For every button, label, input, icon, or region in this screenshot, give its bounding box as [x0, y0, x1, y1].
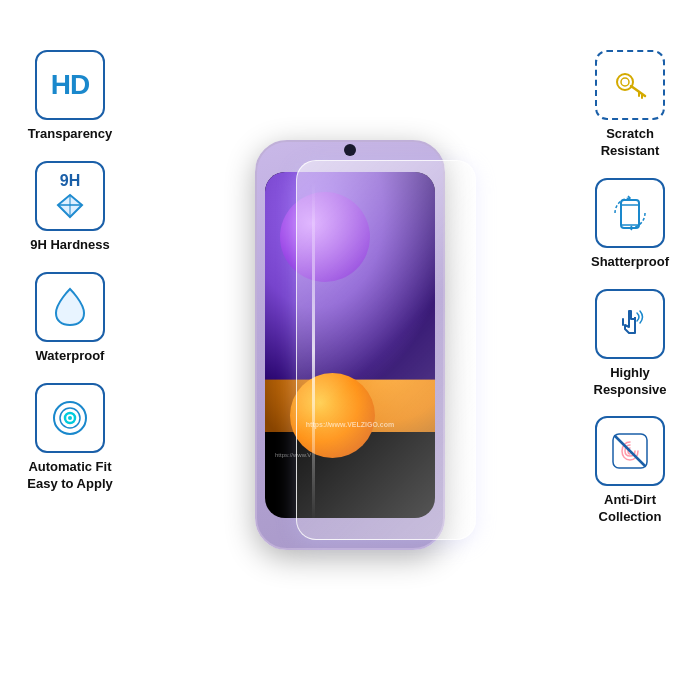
product-feature-page: HD Transparency 9H 9H Hardness [0, 0, 700, 700]
responsive-label: HighlyResponsive [594, 365, 667, 399]
glass-protector [296, 160, 476, 540]
scratch-icon-box [595, 50, 665, 120]
hd-label: Transparency [28, 126, 113, 143]
touch-icon-box [595, 289, 665, 359]
phone-notch [344, 144, 356, 156]
feature-9h-hardness: 9H 9H Hardness [30, 161, 109, 254]
9h-icon-content: 9H [54, 173, 86, 219]
rotate-phone-icon [609, 192, 651, 234]
phone-wrapper: https://www.VELZIGO.com https://www.V [250, 135, 450, 565]
shatterproof-label: Shatterproof [591, 254, 669, 271]
hd-text-icon: HD [51, 71, 89, 99]
target-icon [48, 396, 92, 440]
left-features: HD Transparency 9H 9H Hardness [10, 50, 130, 492]
anti-dirt-icon-box [595, 416, 665, 486]
feature-scratch-resistant: ScratchResistant [595, 50, 665, 160]
right-features: ScratchResistant Shatterproof [570, 50, 690, 526]
glass-shine [312, 181, 315, 521]
feature-waterproof: Waterproof [35, 272, 105, 365]
feature-anti-dirt: Anti-DirtCollection [595, 416, 665, 526]
svg-point-8 [617, 74, 633, 90]
water-icon-box [35, 272, 105, 342]
feature-highly-responsive: HighlyResponsive [594, 289, 667, 399]
feature-hd-transparency: HD Transparency [28, 50, 113, 143]
svg-point-7 [68, 416, 72, 420]
fingerprint-no-icon [609, 430, 651, 472]
diamond-icon [54, 191, 86, 219]
svg-point-9 [621, 78, 629, 86]
center-product-image: https://www.VELZIGO.com https://www.V [250, 135, 450, 565]
hd-icon-box: HD [35, 50, 105, 120]
anti-dirt-label: Anti-DirtCollection [599, 492, 662, 526]
touch-hand-icon [609, 303, 651, 345]
9h-icon-box: 9H [35, 161, 105, 231]
target-icon-box [35, 383, 105, 453]
svg-rect-13 [621, 200, 639, 228]
waterproof-label: Waterproof [36, 348, 105, 365]
feature-auto-fit: Automatic FitEasy to Apply [27, 383, 112, 493]
scratch-label: ScratchResistant [601, 126, 660, 160]
9h-label: 9H Hardness [30, 237, 109, 254]
9h-text: 9H [60, 173, 80, 189]
svg-line-19 [615, 436, 645, 466]
key-icon [611, 66, 649, 104]
shatterproof-icon-box [595, 178, 665, 248]
water-drop-icon [52, 285, 88, 329]
auto-fit-label: Automatic FitEasy to Apply [27, 459, 112, 493]
feature-shatterproof: Shatterproof [591, 178, 669, 271]
